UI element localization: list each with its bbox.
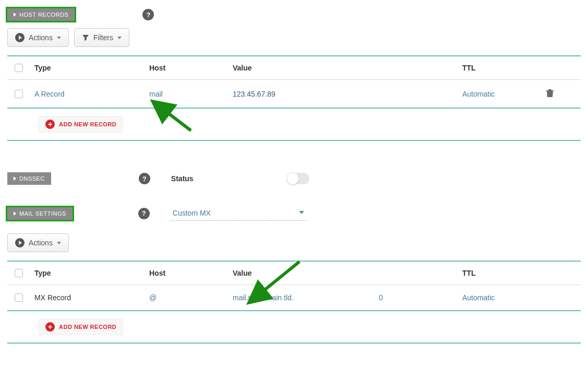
mail-table-header: Type Host Value TTL (7, 262, 581, 285)
dnssec-section-header[interactable]: DNSSEC (7, 172, 51, 185)
col-value: Value (230, 269, 376, 277)
help-icon[interactable]: ? (138, 208, 150, 219)
row-value[interactable]: mail.mydomain.tld. (230, 293, 376, 302)
play-circle-icon (15, 33, 25, 42)
mail-settings-label: MAIL SETTINGS (19, 210, 66, 217)
plus-circle-icon: + (45, 120, 55, 129)
row-checkbox[interactable] (15, 90, 23, 98)
host-records-section-header[interactable]: HOST RECORDS (7, 8, 75, 21)
chevron-down-icon (57, 37, 61, 39)
row-priority[interactable]: 0 (376, 293, 459, 302)
row-type: A Record (31, 90, 146, 98)
add-new-record-label: ADD NEW RECORD (59, 324, 116, 330)
actions-button[interactable]: Actions (7, 28, 69, 47)
add-new-record-button[interactable]: + ADD NEW RECORD (39, 319, 123, 335)
dnssec-status-label: Status (171, 174, 194, 183)
trash-icon[interactable] (546, 91, 554, 99)
actions-label: Actions (29, 33, 53, 42)
dnssec-toggle[interactable] (287, 173, 309, 184)
host-table-header: Type Host Value TTL (7, 56, 581, 80)
col-value: Value (230, 64, 459, 72)
host-table-row[interactable]: A Record mail 123.45.67.89 Automatic (7, 80, 581, 109)
row-host[interactable]: @ (146, 293, 230, 302)
col-host: Host (146, 64, 230, 72)
help-icon[interactable]: ? (139, 173, 150, 184)
filters-button[interactable]: Filters (74, 28, 129, 47)
select-all-checkbox[interactable] (15, 64, 23, 72)
add-new-record-button[interactable]: + ADD NEW RECORD (39, 116, 123, 133)
mail-table-row[interactable]: MX Record @ mail.mydomain.tld. 0 Automat… (7, 285, 581, 311)
mail-settings-section-header[interactable]: MAIL SETTINGS (7, 207, 73, 220)
chevron-down-icon (57, 242, 61, 244)
host-records-label: HOST RECORDS (19, 11, 68, 18)
col-type: Type (31, 64, 146, 72)
caret-right-icon (14, 13, 16, 17)
col-host: Host (146, 269, 230, 277)
plus-circle-icon: + (45, 322, 55, 332)
mail-type-value: Custom MX (173, 209, 211, 217)
funnel-icon (82, 34, 89, 41)
chevron-down-icon (117, 37, 122, 39)
select-all-checkbox[interactable] (15, 269, 23, 277)
row-host[interactable]: mail (146, 90, 230, 98)
row-checkbox[interactable] (15, 293, 23, 302)
add-new-record-label: ADD NEW RECORD (59, 121, 116, 127)
help-icon[interactable]: ? (142, 9, 154, 20)
chevron-down-icon (299, 211, 304, 214)
col-ttl: TTL (459, 64, 543, 72)
dnssec-label: DNSSEC (19, 175, 45, 182)
play-circle-icon (15, 238, 25, 247)
row-ttl[interactable]: Automatic (459, 90, 543, 98)
row-type: MX Record (31, 293, 146, 302)
caret-right-icon (14, 176, 16, 181)
col-ttl: TTL (459, 269, 543, 277)
actions-label: Actions (29, 239, 53, 247)
caret-right-icon (14, 211, 16, 216)
row-value[interactable]: 123.45.67.89 (230, 90, 459, 98)
filters-label: Filters (93, 33, 113, 42)
actions-button[interactable]: Actions (7, 233, 69, 252)
mail-type-select[interactable]: Custom MX (171, 206, 306, 221)
row-ttl[interactable]: Automatic (459, 293, 543, 302)
col-type: Type (31, 269, 146, 277)
